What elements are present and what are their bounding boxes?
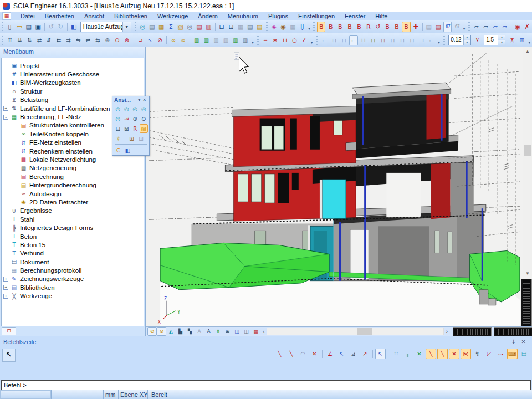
snap-endpoint-icon[interactable]: ╲ bbox=[426, 349, 436, 359]
couple-nodes-icon[interactable]: ⇅ bbox=[25, 35, 34, 45]
select-arrow-icon[interactable]: ↖ bbox=[146, 35, 155, 45]
exchange-icon[interactable]: ⇆ bbox=[93, 35, 102, 45]
rename-ij-icon[interactable]: Ĳ bbox=[298, 22, 306, 32]
line-double-icon[interactable]: ≍ bbox=[271, 35, 280, 45]
link-nodes-icon[interactable]: ⇄ bbox=[35, 35, 44, 45]
snap-orthogonal-icon[interactable]: ⋉ bbox=[461, 349, 471, 359]
sidebar-item-bibliotheken[interactable]: +▤Bibliotheken bbox=[2, 283, 144, 291]
snap-delete-icon[interactable]: ✕ bbox=[309, 349, 320, 359]
clipping-box-icon[interactable]: ⊞ bbox=[127, 134, 136, 143]
light-icon[interactable]: ☼ bbox=[114, 134, 123, 143]
snap-arc-icon[interactable]: ◠ bbox=[298, 349, 308, 359]
paste-1-icon[interactable]: ▱ bbox=[491, 22, 499, 32]
sidebar-item-berechnung[interactable]: ▤Berechnung bbox=[2, 172, 144, 181]
window-2-icon[interactable]: ◫ bbox=[242, 327, 251, 336]
toolbar2-overflow-icon-35[interactable]: ▾ bbox=[309, 36, 314, 45]
menu-tree-tab[interactable]: ⊟ bbox=[2, 327, 16, 335]
sidebar-item-beton-15[interactable]: TBeton 15 bbox=[2, 241, 144, 249]
f-tool-12-icon[interactable]: ⌐ bbox=[427, 35, 436, 45]
zoom-window-icon[interactable]: ⊡ bbox=[114, 124, 122, 133]
zoom-all-icon[interactable]: ⊠ bbox=[122, 124, 131, 133]
structure-nodes-icon[interactable]: ⋔ bbox=[213, 327, 223, 336]
view-xy-icon[interactable]: ◎ bbox=[131, 104, 140, 113]
cut-red-icon[interactable]: ⊖ bbox=[113, 35, 122, 45]
undo-icon[interactable]: ↺ bbox=[47, 22, 55, 32]
gallery-diamond-icon[interactable]: ◈ bbox=[270, 22, 278, 32]
window-1-icon[interactable]: ◫ bbox=[232, 327, 242, 336]
depth-slider-b[interactable] bbox=[494, 328, 532, 336]
couple-parts-icon[interactable]: ⇈ bbox=[6, 35, 14, 45]
column-gray-2-icon[interactable]: ▥ bbox=[222, 35, 231, 45]
depth-slider-a[interactable] bbox=[453, 328, 491, 336]
zoom-in-icon[interactable]: ⊕ bbox=[131, 114, 140, 123]
sidebar-item-2d-daten-betrachter[interactable]: ◉2D-Daten-Betrachter bbox=[2, 198, 144, 206]
snap-midpoint-icon[interactable]: ╲ bbox=[437, 349, 448, 359]
intersect-red-icon[interactable]: ⊗ bbox=[122, 35, 131, 45]
snap-angle-icon[interactable]: ∠ bbox=[325, 349, 335, 359]
rotate-icon[interactable]: ↺ bbox=[374, 22, 382, 32]
save-all-icon[interactable]: ▤ bbox=[24, 22, 33, 32]
snap-column-icon[interactable]: ╥ bbox=[402, 349, 413, 359]
sidebar-item-berechnungsprotokoll[interactable]: ▦Berechnungsprotokoll bbox=[2, 266, 144, 274]
column-green-1-icon[interactable]: ▥ bbox=[192, 35, 201, 45]
snap-tangent-icon[interactable]: ◸ bbox=[484, 349, 494, 359]
view-perspective-icon[interactable]: ◎ bbox=[114, 114, 122, 123]
menu-datei[interactable]: Datei bbox=[16, 12, 40, 20]
project-combobox[interactable]: Haus1c Aufzug Neu▼ bbox=[80, 22, 131, 32]
sidebar-item-projekt[interactable]: ▣Projekt bbox=[2, 62, 144, 70]
beam-5-icon[interactable]: B bbox=[355, 22, 363, 32]
view-direction-icon[interactable]: ⇥ bbox=[122, 114, 131, 123]
export-view-icon[interactable]: ▤ bbox=[434, 22, 442, 32]
snap-cut-icon[interactable]: ✕ bbox=[414, 349, 424, 359]
f-tool-6-icon[interactable]: ⊓ bbox=[369, 35, 377, 45]
zoom-selection-icon[interactable]: R bbox=[131, 124, 140, 133]
snap-line-2-icon[interactable]: ╲ bbox=[286, 349, 296, 359]
toolbar1-grip-32[interactable] bbox=[313, 22, 315, 31]
snap-cursor-icon[interactable]: ↖ bbox=[336, 349, 347, 359]
toolbar1-grip-50[interactable] bbox=[468, 22, 470, 31]
f-tool-1-icon[interactable]: ⌐ bbox=[320, 35, 329, 45]
f-tool-3-icon[interactable]: ⊓ bbox=[340, 35, 349, 45]
snap-intersection-icon[interactable]: ✕ bbox=[449, 349, 459, 359]
column-gray-1-icon[interactable]: ▥ bbox=[212, 35, 221, 45]
vertical-scroll-thumb[interactable] bbox=[524, 145, 531, 156]
save-icon[interactable]: ▣ bbox=[34, 22, 42, 32]
render-wire-icon[interactable]: ⊘ bbox=[147, 327, 157, 336]
scroll-up-icon[interactable]: ▲ bbox=[523, 47, 532, 55]
redo-icon[interactable]: ↻ bbox=[57, 22, 65, 32]
snap-grid-icon[interactable]: ∷ bbox=[391, 349, 401, 359]
model-viewport[interactable]: Z X Y ▲ ▼ ⊘⊘◭▙▚AA⋔⊞◫◫▦ ‹ bbox=[145, 47, 532, 336]
view-axo-icon[interactable]: ◎ bbox=[114, 104, 122, 113]
grid-table-icon[interactable]: ▦ bbox=[251, 327, 260, 336]
document-icon[interactable]: ▤ bbox=[246, 22, 254, 32]
command-input[interactable] bbox=[1, 380, 531, 390]
toolbar2-grip-0[interactable] bbox=[2, 36, 3, 45]
view-toolbar-titlebar[interactable]: Ansi... ▾ ✕ bbox=[112, 96, 149, 104]
column-green-3-icon[interactable]: ▥ bbox=[231, 35, 240, 45]
view-xz-icon[interactable]: ◎ bbox=[122, 104, 131, 113]
f-tool-10-icon[interactable]: ⊓ bbox=[408, 35, 417, 45]
move-left-icon[interactable]: ⇇ bbox=[54, 35, 63, 45]
open-project-icon[interactable]: ▭ bbox=[15, 22, 23, 32]
folder-icon[interactable]: ▧ bbox=[176, 22, 185, 32]
select-pointer-button[interactable]: ↖ bbox=[2, 349, 16, 362]
cube-view-icon[interactable]: ◧ bbox=[124, 146, 132, 155]
menu-fenster[interactable]: Fenster bbox=[340, 12, 370, 20]
view-toolbar-close-icon[interactable]: ✕ bbox=[141, 98, 147, 103]
print-icon[interactable]: ⊟ bbox=[218, 22, 226, 32]
view-67-icon[interactable]: 67 bbox=[453, 22, 461, 32]
camera-icon[interactable]: ◉ bbox=[279, 22, 288, 32]
menu-bibliotheken[interactable]: Bibliotheken bbox=[109, 12, 152, 20]
rotate-r-icon[interactable]: R bbox=[364, 22, 372, 32]
scroll-down-icon[interactable]: ▼ bbox=[523, 269, 532, 278]
f-tool-7-icon[interactable]: ⊓ bbox=[378, 35, 387, 45]
sidebar-item-lokale-netzverdichtung[interactable]: ▦Lokale Netzverdichtung bbox=[2, 155, 144, 163]
project-window-icon[interactable]: ◧ bbox=[70, 22, 78, 32]
project-data-icon[interactable]: ◎ bbox=[139, 22, 147, 32]
table-results-icon[interactable]: ▥ bbox=[204, 22, 213, 32]
print-preview-icon[interactable]: ⊡ bbox=[227, 22, 236, 32]
clipping-box-off-icon[interactable]: ⊞ bbox=[137, 134, 146, 143]
menu-hilfe[interactable]: Hilfe bbox=[370, 12, 392, 20]
table-gray-icon[interactable]: ▦ bbox=[237, 22, 245, 32]
pointer-mode-icon[interactable]: ↖ bbox=[375, 349, 386, 359]
